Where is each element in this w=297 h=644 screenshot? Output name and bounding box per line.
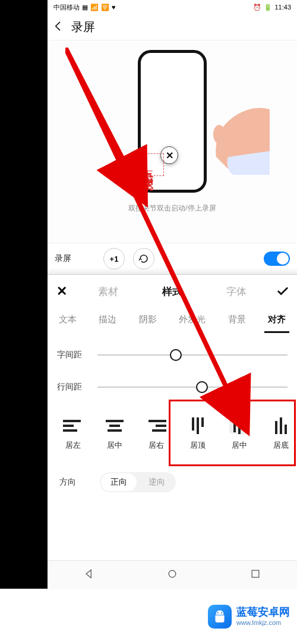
svg-point-6 xyxy=(221,612,222,613)
svg-point-3 xyxy=(169,570,176,577)
text-placeholder: 点击输入文字 xyxy=(139,158,156,172)
direction-forward[interactable]: 正向 xyxy=(101,473,137,491)
subtab-bg[interactable]: 背景 xyxy=(225,310,249,333)
nav-back-icon[interactable] xyxy=(83,568,95,582)
align-right-label: 居右 xyxy=(148,440,164,451)
status-bar: 中国移动 ▦ 📶 🛜 ♥ ⏰ 🔋 11:43 xyxy=(48,0,297,14)
align-center-h-icon xyxy=(105,417,125,434)
left-black-gutter xyxy=(0,0,48,589)
direction-reverse[interactable]: 逆向 xyxy=(138,472,176,492)
letter-spacing-slider[interactable] xyxy=(97,354,287,356)
align-right-icon xyxy=(146,417,166,434)
subtab-text[interactable]: 文本 xyxy=(55,310,80,333)
align-middle-v[interactable]: 居中 xyxy=(219,417,260,451)
align-bottom-icon xyxy=(271,417,291,434)
subtab-align[interactable]: 对齐 xyxy=(264,310,289,333)
letter-spacing-label: 字间距 xyxy=(57,350,88,360)
carrier-label: 中国移动 xyxy=(53,3,80,12)
line-spacing-slider[interactable] xyxy=(97,387,287,388)
wifi-icon: 🛜 xyxy=(101,4,109,11)
alarm-icon: ⏰ xyxy=(253,4,261,11)
battery-icon: 🔋 xyxy=(264,4,272,11)
align-horizontal-group: 居左 居中 居右 xyxy=(52,417,177,451)
android-nav-bar xyxy=(48,560,297,589)
letter-spacing-row: 字间距 xyxy=(48,339,297,371)
line-spacing-label: 行间距 xyxy=(57,382,88,392)
back-icon[interactable] xyxy=(52,20,64,34)
refresh-button[interactable] xyxy=(133,248,154,269)
tab-font[interactable]: 字体 xyxy=(222,279,251,304)
letter-spacing-thumb[interactable] xyxy=(170,349,182,361)
sheet-tabs: 素材 样式 字体 xyxy=(76,279,268,304)
watermark-url: www.lmkjz.com xyxy=(236,619,290,627)
toolbar-label: 录屏 xyxy=(55,253,71,264)
subtab-stroke[interactable]: 描边 xyxy=(95,310,120,333)
tab-style[interactable]: 样式 xyxy=(157,279,187,304)
align-center-h-label: 居中 xyxy=(107,440,122,451)
svg-point-5 xyxy=(217,612,219,613)
align-area: 居左 居中 居右 居顶 居中 xyxy=(48,403,297,457)
preview-caption: 双指关节双击启动/停上录屏 xyxy=(128,203,216,213)
svg-point-0 xyxy=(213,125,225,144)
heart-icon: ♥ xyxy=(112,4,116,11)
align-left[interactable]: 居左 xyxy=(52,417,94,451)
align-center-h[interactable]: 居中 xyxy=(94,417,135,451)
watermark-footer: 蓝莓安卓网 www.lmkjz.com xyxy=(0,589,297,644)
device-screen: 中国移动 ▦ 📶 🛜 ♥ ⏰ 🔋 11:43 录屏 ✕ 点击输入文字 双指关节双… xyxy=(48,0,297,589)
nav-recents-icon[interactable] xyxy=(249,568,261,582)
align-left-icon xyxy=(63,417,83,434)
sheet-close-button[interactable]: ✕ xyxy=(48,284,76,299)
nav-home-icon[interactable] xyxy=(166,568,178,582)
direction-label: 方向 xyxy=(59,477,76,488)
align-left-label: 居左 xyxy=(65,440,81,451)
sheet-confirm-button[interactable] xyxy=(268,285,297,298)
style-sub-tabs: 文本 描边 阴影 外发光 背景 对齐 xyxy=(48,308,297,339)
subtab-shadow[interactable]: 阴影 xyxy=(135,310,160,333)
align-top[interactable]: 居顶 xyxy=(177,417,219,451)
text-input-overlay[interactable]: 点击输入文字 xyxy=(131,153,164,176)
align-bottom-label: 居底 xyxy=(273,440,289,451)
align-middle-v-icon xyxy=(229,417,249,434)
watermark-logo xyxy=(208,605,232,629)
align-top-label: 居顶 xyxy=(190,440,206,451)
align-top-icon xyxy=(188,417,208,434)
svg-rect-4 xyxy=(252,570,259,577)
preview-area: ✕ 点击输入文字 双指关节双击启动/停上录屏 xyxy=(48,40,297,243)
edit-sheet: ✕ 素材 样式 字体 文本 描边 阴影 外发光 背景 对齐 字间距 行间 xyxy=(48,274,297,589)
clock-label: 11:43 xyxy=(274,4,291,11)
tab-material[interactable]: 素材 xyxy=(93,279,123,304)
page-header: 录屏 xyxy=(48,14,297,40)
watermark-title: 蓝莓安卓网 xyxy=(236,606,290,619)
signal-icon: 📶 xyxy=(90,4,99,11)
record-toggle[interactable] xyxy=(264,252,290,266)
line-spacing-thumb[interactable] xyxy=(196,381,208,393)
hd-icon: ▦ xyxy=(82,4,88,11)
align-right[interactable]: 居右 xyxy=(135,417,177,451)
line-spacing-row: 行间距 xyxy=(48,371,297,403)
direction-segmented: 正向 逆向 xyxy=(100,472,176,492)
align-vertical-group: 居顶 居中 居底 xyxy=(177,417,297,451)
direction-row: 方向 正向 逆向 xyxy=(48,457,297,498)
align-bottom[interactable]: 居底 xyxy=(260,417,297,451)
subtab-glow[interactable]: 外发光 xyxy=(175,310,209,333)
page-title: 录屏 xyxy=(71,19,95,35)
add-button[interactable]: +1 xyxy=(103,248,125,269)
align-middle-v-label: 居中 xyxy=(232,440,247,451)
